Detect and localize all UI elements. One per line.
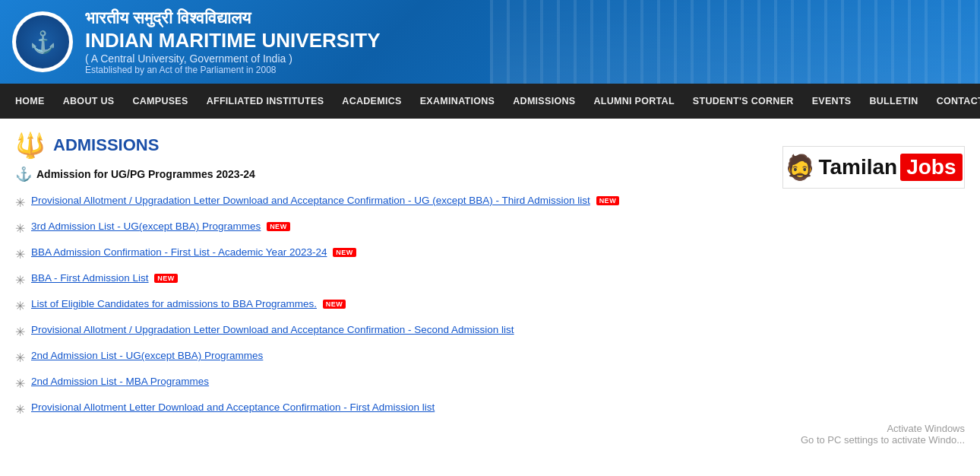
nav-item-academics[interactable]: ACADEMICS xyxy=(333,84,410,119)
logo-symbol: ⚓ xyxy=(30,30,56,55)
admission-link-7[interactable]: 2nd Admission List - UG(except BBA) Prog… xyxy=(31,350,263,361)
admission-link-6[interactable]: Provisional Allotment / Upgradation Lett… xyxy=(31,324,514,335)
tamilan-jobs-ad: 🧔 Tamilan Jobs xyxy=(789,153,958,182)
link-wrapper: Provisional Allotment Letter Download an… xyxy=(31,401,435,413)
nav-item-examinations[interactable]: EXAMINATIONS xyxy=(411,84,504,119)
new-badge: NEW xyxy=(154,274,178,283)
bullet-icon: ✳ xyxy=(15,376,25,391)
nav-item-about-us[interactable]: ABOUT US xyxy=(54,84,124,119)
link-wrapper: List of Eligible Candidates for admissio… xyxy=(31,298,346,309)
link-wrapper: BBA Admission Confirmation - First List … xyxy=(31,246,356,258)
bullet-icon: ✳ xyxy=(15,221,25,236)
header-text-block: भारतीय समुद्री विश्वविद्यालय INDIAN MARI… xyxy=(85,8,381,76)
list-item: ✳ List of Eligible Candidates for admiss… xyxy=(15,298,767,313)
new-badge: NEW xyxy=(333,248,356,257)
admission-link-3[interactable]: BBA Admission Confirmation - First List … xyxy=(31,246,327,258)
tamilan-ad-icon: 🧔 xyxy=(785,153,815,182)
admission-link-9[interactable]: Provisional Allotment Letter Download an… xyxy=(31,401,435,413)
admission-subtitle: ⚓ Admission for UG/PG Programmes 2023-24 xyxy=(15,166,767,182)
sidebar-ad[interactable]: 🧔 Tamilan Jobs xyxy=(782,146,965,189)
anchor-small-icon: ⚓ xyxy=(15,166,32,182)
list-item: ✳ BBA - First Admission List NEW xyxy=(15,272,767,287)
nav-item-students-corner[interactable]: STUDENT'S CORNER xyxy=(684,84,803,119)
link-wrapper: Provisional Allotment / Upgradation Lett… xyxy=(31,324,514,335)
admission-link-1[interactable]: Provisional Allotment / Upgradation Lett… xyxy=(31,195,590,206)
list-item: ✳ 3rd Admission List - UG(except BBA) Pr… xyxy=(15,221,767,236)
admission-link-4[interactable]: BBA - First Admission List xyxy=(31,272,149,284)
new-badge: NEW xyxy=(323,300,346,309)
admission-link-8[interactable]: 2nd Admission List - MBA Programmes xyxy=(31,376,209,387)
admissions-title: ADMISSIONS xyxy=(53,135,159,155)
bullet-icon: ✳ xyxy=(15,351,25,365)
link-wrapper: 2nd Admission List - UG(except BBA) Prog… xyxy=(31,350,263,361)
university-logo: ⚓ xyxy=(12,11,73,72)
jobs-text: Jobs xyxy=(900,154,962,181)
content-area: 🔱 ADMISSIONS ⚓ Admission for UG/PG Progr… xyxy=(15,131,767,427)
admissions-anchor-icon: 🔱 xyxy=(15,131,46,160)
list-item: ✳ 2nd Admission List - UG(except BBA) Pr… xyxy=(15,350,767,365)
nav-item-alumni[interactable]: ALUMNI PORTAL xyxy=(584,84,683,119)
admission-link-2[interactable]: 3rd Admission List - UG(except BBA) Prog… xyxy=(31,221,261,232)
nav-item-events[interactable]: EVENTS xyxy=(803,84,861,119)
admission-link-5[interactable]: List of Eligible Candidates for admissio… xyxy=(31,298,317,309)
admission-subtitle-text: Admission for UG/PG Programmes 2023-24 xyxy=(36,168,255,180)
bullet-icon: ✳ xyxy=(15,273,25,287)
bullet-icon: ✳ xyxy=(15,299,25,313)
main-content: 🔱 ADMISSIONS ⚓ Admission for UG/PG Progr… xyxy=(0,119,980,440)
nav-item-admissions[interactable]: ADMISSIONS xyxy=(504,84,584,119)
nav-item-campuses[interactable]: CAMPUSES xyxy=(123,84,197,119)
bullet-icon: ✳ xyxy=(15,325,25,339)
header: ⚓ भारतीय समुद्री विश्वविद्यालय INDIAN MA… xyxy=(0,0,980,84)
sidebar: 🧔 Tamilan Jobs xyxy=(782,131,965,427)
nav-item-bulletin[interactable]: BULLETIN xyxy=(860,84,927,119)
bullet-icon: ✳ xyxy=(15,402,25,417)
new-badge: NEW xyxy=(596,196,620,205)
university-subtitle1: ( A Central University, Government of In… xyxy=(85,52,381,65)
new-badge: NEW xyxy=(267,222,290,231)
main-nav: HOME ABOUT US CAMPUSES AFFILIATED INSTIT… xyxy=(0,84,980,119)
admissions-links-list: ✳ Provisional Allotment / Upgradation Le… xyxy=(15,195,767,417)
tamilan-text: Tamilan xyxy=(818,155,897,179)
nav-item-home[interactable]: HOME xyxy=(6,84,54,119)
bullet-icon: ✳ xyxy=(15,195,25,210)
university-hindi-name: भारतीय समुद्री विश्वविद्यालय xyxy=(85,8,381,28)
list-item: ✳ Provisional Allotment Letter Download … xyxy=(15,401,767,417)
university-english-name: INDIAN MARITIME UNIVERSITY xyxy=(85,30,381,52)
admissions-heading: 🔱 ADMISSIONS xyxy=(15,131,767,160)
link-wrapper: 2nd Admission List - MBA Programmes xyxy=(31,376,209,387)
nav-item-affiliated[interactable]: AFFILIATED INSTITUTES xyxy=(198,84,334,119)
university-subtitle2: Established by an Act of the Parliament … xyxy=(85,65,381,75)
link-wrapper: 3rd Admission List - UG(except BBA) Prog… xyxy=(31,221,290,232)
link-wrapper: Provisional Allotment / Upgradation Lett… xyxy=(31,195,619,206)
bullet-icon: ✳ xyxy=(15,247,25,262)
link-wrapper: BBA - First Admission List NEW xyxy=(31,272,178,284)
list-item: ✳ Provisional Allotment / Upgradation Le… xyxy=(15,324,767,339)
list-item: ✳ 2nd Admission List - MBA Programmes xyxy=(15,376,767,391)
nav-item-contact[interactable]: CONTACT US xyxy=(928,84,980,119)
logo-emblem: ⚓ xyxy=(16,15,69,68)
list-item: ✳ BBA Admission Confirmation - First Lis… xyxy=(15,246,767,262)
list-item: ✳ Provisional Allotment / Upgradation Le… xyxy=(15,195,767,210)
